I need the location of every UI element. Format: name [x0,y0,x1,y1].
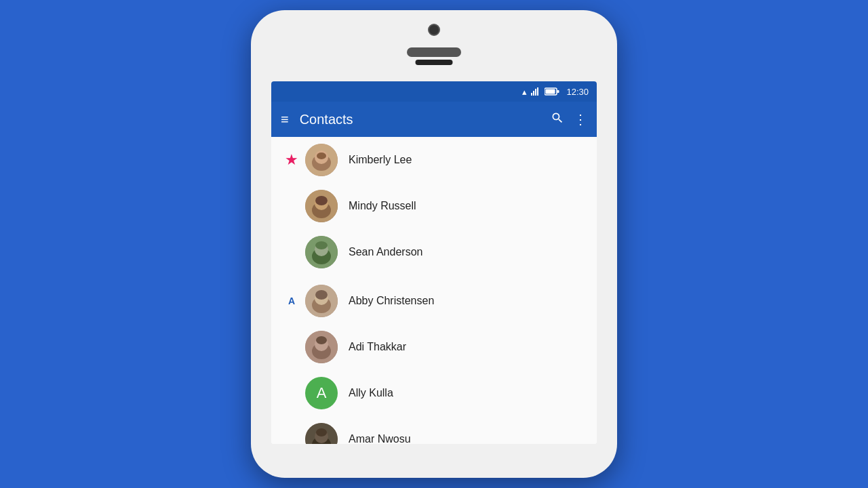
status-bar: ▴ 12:30 [271,81,597,102]
battery-icon [545,87,559,96]
avatar [305,190,338,222]
avatar: A [305,377,338,409]
svg-point-10 [317,152,326,159]
phone-camera [428,24,440,36]
svg-point-26 [316,336,327,344]
app-bar: ≡ Contacts ⋮ [271,102,597,137]
contact-name: Amar Nwosu [349,433,411,444]
contacts-list[interactable]: ★ Kimberly Lee [271,137,597,444]
phone-screen: ▴ 12:30 [271,81,597,444]
phone-wrapper: ▴ 12:30 [244,7,624,481]
svg-point-14 [315,196,328,205]
svg-rect-2 [535,89,536,96]
hamburger-icon[interactable]: ≡ [281,113,289,126]
signal-icon [531,87,540,96]
status-time: 12:30 [566,87,589,97]
avatar [305,285,338,317]
avatar [305,144,338,176]
phone-earpiece [416,60,453,65]
svg-rect-3 [537,87,538,96]
phone-speaker [407,47,461,57]
list-item[interactable]: Adi Thakkar [271,324,597,370]
list-item[interactable]: Sean Anderson [271,229,597,275]
svg-point-22 [315,290,328,300]
section-label-wrapper: A [281,296,302,306]
contact-name: Abby Christensen [349,295,434,307]
contact-name: Kimberly Lee [349,154,412,166]
status-icons: ▴ 12:30 [522,87,589,97]
list-item[interactable]: A Abby Christensen [271,278,597,324]
svg-rect-1 [533,91,534,96]
more-icon[interactable]: ⋮ [574,111,587,127]
avatar [305,331,338,363]
list-item[interactable]: Mindy Russell [271,183,597,229]
list-item[interactable]: Amar Nwosu [271,416,597,444]
contact-name: Mindy Russell [349,200,416,212]
avatar [305,236,338,268]
svg-rect-0 [531,93,532,96]
contact-name: Sean Anderson [349,246,422,258]
section-label-a: A [288,296,295,306]
svg-rect-6 [557,90,559,93]
svg-point-18 [315,241,328,249]
phone-body: ▴ 12:30 [251,10,617,478]
contact-name: Adi Thakkar [349,341,406,353]
svg-rect-5 [546,89,555,94]
star-icon: ★ [285,151,298,169]
avatar [305,423,338,444]
contact-name: Ally Kulla [349,387,393,399]
wifi-icon: ▴ [522,87,527,97]
svg-point-30 [316,428,327,436]
search-icon[interactable] [551,111,564,128]
list-item[interactable]: A Ally Kulla [271,370,597,416]
starred-icon-wrapper: ★ [281,151,302,169]
list-item[interactable]: ★ Kimberly Lee [271,137,597,183]
app-title: Contacts [300,112,551,127]
